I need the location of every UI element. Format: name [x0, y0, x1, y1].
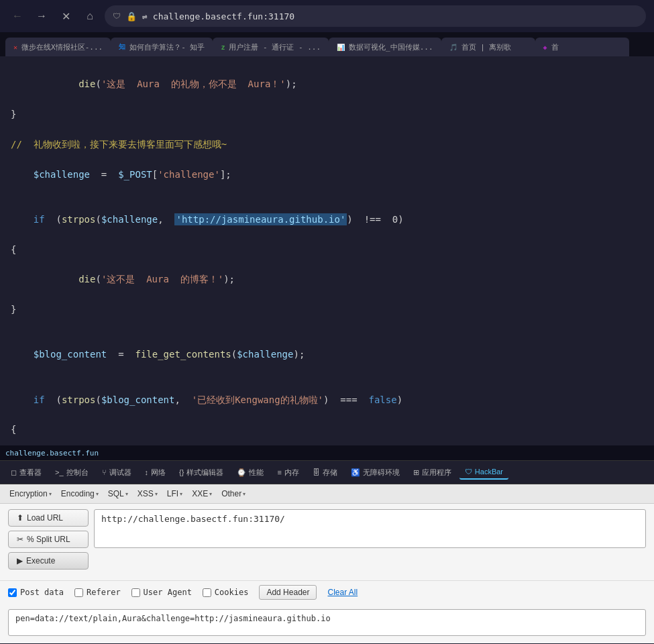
back-button[interactable]: ← — [8, 7, 27, 25]
home-button[interactable]: ⌂ — [80, 7, 99, 25]
hackbar-actions: ⬆ Load URL ✂ % Split URL ▶ Execute — [8, 509, 89, 570]
add-header-button[interactable]: Add Header — [259, 585, 317, 600]
execute-button[interactable]: ▶ Execute — [8, 552, 89, 570]
lfi-arrow: ▾ — [180, 491, 182, 497]
split-url-icon: ✂ — [17, 535, 23, 544]
url-input[interactable] — [94, 509, 646, 548]
tab-label-1: 如何自学算法？- 知乎 — [129, 42, 205, 52]
devtools-inspector-button[interactable]: ◻ 查看器 — [5, 465, 47, 480]
clear-all-label: Clear All — [327, 588, 358, 597]
tab-label-2: 用户注册 - 通行证 - ... — [229, 42, 321, 52]
encoding-button[interactable]: Encoding ▾ — [57, 487, 103, 500]
tab-1[interactable]: 知 如何自学算法？- 知乎 — [111, 38, 213, 56]
encryption-dropdown[interactable]: Encryption ▾ — [5, 487, 56, 500]
clear-all-button[interactable]: Clear All — [327, 588, 358, 597]
referer-checkbox-label[interactable]: Referer — [74, 588, 121, 597]
devtools-network-button[interactable]: ↕ 网络 — [140, 465, 172, 480]
devtools-console-button[interactable]: >_ 控制台 — [50, 465, 94, 480]
split-url-button[interactable]: ✂ % Split URL — [8, 531, 89, 548]
cookies-label: Cookies — [215, 588, 249, 597]
tab-favicon-5: ◆ — [543, 44, 547, 51]
lfi-label: LFI — [167, 489, 178, 498]
post-data-label: Post data — [20, 588, 64, 597]
encryption-label: Encryption — [9, 489, 48, 498]
encoding-dropdown[interactable]: Encoding ▾ — [57, 487, 103, 500]
hackbar-main: ⬆ Load URL ✂ % Split URL ▶ Execute — [0, 504, 654, 580]
status-url: challenge.basectf.fun — [5, 449, 99, 458]
code-comment-1: // 礼物收到啦，接下来要去博客里面写下感想哦~ — [11, 137, 643, 152]
cookies-checkbox[interactable] — [203, 588, 211, 597]
devtools-memory-button[interactable]: ≡ 内存 — [272, 465, 304, 480]
shield-icon: 🛡 — [113, 11, 121, 21]
tab-2[interactable]: z 用户注册 - 通行证 - ... — [213, 38, 329, 56]
devtools-style-button[interactable]: {} 样式编辑器 — [174, 465, 229, 480]
xxe-button[interactable]: XXE ▾ — [188, 487, 216, 500]
split-url-label: % Split URL — [27, 535, 70, 544]
load-url-button[interactable]: ⬆ Load URL — [8, 509, 89, 527]
user-agent-checkbox-label[interactable]: User Agent — [131, 588, 192, 597]
devtools-performance-button[interactable]: ⌚ 性能 — [231, 465, 269, 480]
post-data-input[interactable] — [8, 609, 646, 636]
code-line-8: } — [11, 302, 643, 317]
other-button[interactable]: Other ▾ — [217, 487, 250, 500]
user-agent-label: User Agent — [144, 588, 192, 597]
style-icon: {} — [179, 468, 184, 476]
forward-button[interactable]: → — [32, 7, 51, 25]
code-line-1: die('这是 Aura 的礼物，你不是 Aura！'); — [11, 62, 643, 107]
hackbar-url-row: ⬆ Load URL ✂ % Split URL ▶ Execute — [8, 509, 646, 570]
encoding-arrow: ▾ — [96, 491, 99, 497]
lfi-dropdown[interactable]: LFI ▾ — [163, 487, 186, 500]
other-label: Other — [221, 489, 241, 498]
devtools-accessibility-button[interactable]: ♿ 无障碍环境 — [345, 465, 405, 480]
devtools-debugger-button[interactable]: ⑂ 调试器 — [97, 465, 137, 480]
xss-arrow: ▾ — [155, 491, 158, 497]
referer-checkbox[interactable] — [74, 588, 83, 597]
code-line-2: } — [11, 107, 643, 121]
devtools-hackbar-button[interactable]: 🛡 HackBar — [459, 465, 508, 480]
sql-arrow: ▾ — [125, 491, 128, 497]
code-line-6: { — [11, 242, 643, 257]
track-icon: ⇌ — [142, 11, 148, 21]
tab-0[interactable]: ✕ 微步在线X情报社区-... — [5, 38, 111, 56]
encryption-arrow: ▾ — [49, 491, 52, 497]
post-data-checkbox-label[interactable]: Post data — [8, 588, 64, 597]
devtools-application-button[interactable]: ⊞ 应用程序 — [408, 465, 457, 480]
code-line-9: $blog_content = file_get_contents($chall… — [11, 332, 643, 377]
execute-icon: ▶ — [17, 556, 23, 566]
performance-icon: ⌚ — [237, 468, 246, 477]
code-line-11: { — [11, 422, 643, 437]
tab-favicon-1: 知 — [119, 42, 125, 52]
tab-5[interactable]: ◆ 首 — [535, 38, 629, 56]
code-line-7: die('这不是 Aura 的博客！'); — [11, 257, 643, 302]
post-data-checkbox[interactable] — [8, 588, 17, 597]
debugger-icon: ⑂ — [102, 468, 107, 476]
sql-label: SQL — [108, 489, 124, 498]
referer-label: Referer — [87, 588, 121, 597]
xxe-dropdown[interactable]: XXE ▾ — [188, 487, 216, 500]
encryption-button[interactable]: Encryption ▾ — [5, 487, 56, 500]
user-agent-checkbox[interactable] — [131, 588, 140, 597]
url-text[interactable]: challenge.basectf.fun:31170 — [153, 11, 294, 21]
devtools-storage-button[interactable]: 🗄 存储 — [307, 465, 343, 480]
xss-dropdown[interactable]: XSS ▾ — [133, 487, 162, 500]
sql-button[interactable]: SQL ▾ — [104, 487, 132, 500]
xxe-label: XXE — [192, 489, 208, 498]
lfi-button[interactable]: LFI ▾ — [163, 487, 186, 500]
tab-favicon-0: ✕ — [13, 44, 17, 51]
tab-3[interactable]: 📊 数据可视化_中国传媒... — [329, 38, 441, 56]
cookies-checkbox-label[interactable]: Cookies — [203, 588, 249, 597]
tab-label-3: 数据可视化_中国传媒... — [349, 42, 433, 52]
lock-icon: 🔒 — [126, 11, 137, 21]
other-dropdown[interactable]: Other ▾ — [217, 487, 250, 500]
load-url-label: Load URL — [27, 513, 63, 523]
code-area: die('这是 Aura 的礼物，你不是 Aura！'); } // 礼物收到啦… — [0, 56, 654, 445]
tab-favicon-3: 📊 — [337, 44, 345, 51]
code-line-4: $challenge = $_POST['challenge']; — [11, 152, 643, 197]
close-button[interactable]: ✕ — [56, 7, 75, 25]
sql-dropdown[interactable]: SQL ▾ — [104, 487, 132, 500]
tab-label-0: 微步在线X情报社区-... — [21, 42, 103, 52]
xss-button[interactable]: XSS ▾ — [133, 487, 162, 500]
xxe-arrow: ▾ — [209, 491, 212, 497]
application-icon: ⊞ — [413, 468, 419, 477]
tab-4[interactable]: 🎵 首页 | 离别歌 — [441, 38, 535, 56]
